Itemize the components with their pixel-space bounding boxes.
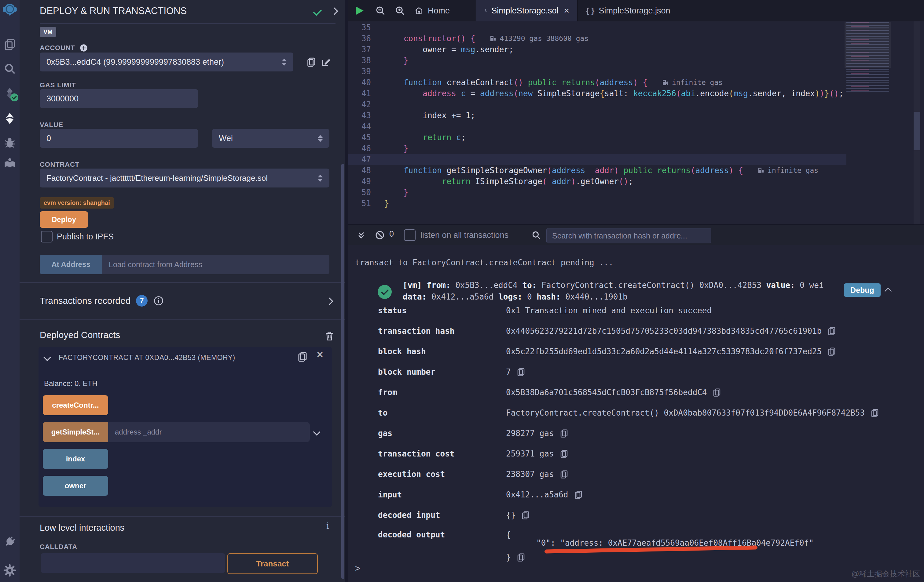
tab-simplestorage-sol[interactable]: SimpleStorage.sol ×	[476, 0, 578, 21]
tab-simplestorage-json[interactable]: { } SimpleStorage.json	[578, 0, 678, 21]
contract-select-stepper[interactable]	[318, 175, 323, 182]
copy-icon[interactable]	[559, 429, 569, 438]
run-script-icon[interactable]	[356, 7, 364, 15]
clear-console-icon[interactable]	[375, 230, 385, 240]
collapse-terminal-icon[interactable]	[356, 230, 366, 240]
code-line[interactable]: 45 return c;	[348, 132, 846, 143]
code-line[interactable]: 41 address c = address(new SimpleStorage…	[348, 88, 846, 99]
code-line[interactable]: 39	[348, 66, 846, 77]
code-line[interactable]: 48 function getSimpleStorageOwner(addres…	[348, 165, 846, 176]
minimap-viewport[interactable]	[845, 22, 891, 68]
tab-home[interactable]: Home	[406, 0, 458, 21]
copy-icon[interactable]	[574, 490, 583, 499]
contract-instance-card: FACTORYCONTRACT AT 0XDA0...42B53 (MEMORY…	[38, 347, 332, 507]
editor-scrollbar-thumb[interactable]	[914, 112, 920, 150]
copy-icon[interactable]	[827, 347, 836, 356]
publish-ipfs-label: Publish to IPFS	[57, 232, 114, 242]
at-address-input[interactable]: Load contract from Address	[102, 255, 329, 274]
zoom-in-icon[interactable]	[394, 5, 406, 16]
gas-limit-input[interactable]: 3000000	[40, 89, 198, 108]
contract-select[interactable]: FactoryContract - jactttttt/Ethereum-lea…	[40, 169, 329, 187]
tx-success-icon[interactable]	[378, 285, 392, 299]
calldata-label: CALLDATA	[40, 543, 77, 551]
copy-icon[interactable]	[521, 511, 530, 520]
instance-collapse-icon[interactable]	[43, 353, 51, 361]
account-select[interactable]: 0x5B3...eddC4 (99.999999999997830883 eth…	[40, 53, 293, 71]
terminal-prompt[interactable]: >	[355, 563, 361, 574]
tx-detail-row: transaction cost259371 gas	[378, 447, 915, 460]
code-lines[interactable]: 3536 constructor() {413290 gas 388600 ga…	[348, 21, 924, 225]
copy-icon[interactable]	[827, 326, 836, 335]
listen-all-checkbox[interactable]	[404, 229, 416, 241]
copy-icon[interactable]	[870, 408, 879, 418]
learneth-icon[interactable]	[3, 156, 16, 170]
debug-button[interactable]: Debug	[844, 283, 881, 297]
code-line[interactable]: 36 constructor() {413290 gas 388600 gas	[348, 33, 846, 44]
tx-recorded-expand-icon[interactable]	[326, 298, 333, 305]
copy-instance-icon[interactable]	[297, 351, 308, 362]
owner-button[interactable]: owner	[43, 476, 108, 496]
code-line[interactable]: 35	[348, 22, 846, 33]
code-line[interactable]: 37 owner = msg.sender;	[348, 44, 846, 55]
at-address-button[interactable]: At Address	[40, 255, 102, 274]
search-icon[interactable]	[3, 62, 16, 76]
panel-splitter[interactable]	[345, 0, 348, 582]
copy-icon[interactable]	[516, 553, 526, 562]
code-line[interactable]: 51}	[348, 198, 846, 209]
solidity-compiler-icon[interactable]	[3, 87, 16, 100]
minimap[interactable]	[846, 22, 889, 92]
low-level-info-icon[interactable]: i	[326, 521, 329, 531]
instance-balance: Balance: 0. ETH	[44, 379, 97, 388]
settings-icon[interactable]	[3, 564, 16, 577]
pinned-check-icon[interactable]	[313, 7, 322, 16]
code-line[interactable]: 50 }	[348, 187, 846, 198]
remove-instance-icon[interactable]: ×	[317, 348, 323, 361]
code-line[interactable]: 49 return ISimpleStorage(_addr).getOwner…	[348, 176, 846, 187]
section-divider	[20, 319, 345, 320]
get-simple-storage-owner-button[interactable]: getSimpleSt...	[43, 422, 108, 442]
copy-icon[interactable]	[559, 470, 569, 479]
plugin-manager-icon[interactable]	[3, 535, 16, 548]
copy-account-icon[interactable]	[306, 57, 317, 67]
code-line[interactable]: 44	[348, 121, 846, 132]
terminal-search-input[interactable]	[546, 228, 711, 243]
copy-icon[interactable]	[559, 449, 569, 458]
terminal: 0 listen on all transactions transact to…	[348, 224, 924, 582]
code-line[interactable]: 38 }	[348, 55, 846, 66]
tx-summary-line1[interactable]: [vm] from: 0x5B3...eddC4 to: FactoryCont…	[403, 281, 824, 290]
code-line[interactable]: 40 function createContract() public retu…	[348, 77, 846, 88]
value-input[interactable]: 0	[40, 129, 198, 148]
file-explorer-icon[interactable]	[3, 38, 16, 51]
expand-call-icon[interactable]	[313, 428, 320, 436]
create-contract-button[interactable]: createContr...	[43, 395, 108, 415]
code-line[interactable]: 47	[348, 154, 846, 165]
zoom-out-icon[interactable]	[375, 5, 386, 16]
add-account-icon[interactable]	[79, 44, 88, 52]
deploy-button[interactable]: Deploy	[40, 211, 88, 228]
panel-scrollbar[interactable]	[341, 164, 344, 579]
publish-ipfs-checkbox[interactable]	[41, 231, 53, 242]
code-line[interactable]: 42	[348, 99, 846, 110]
copy-icon[interactable]	[516, 367, 526, 376]
debugger-icon[interactable]	[3, 136, 16, 150]
deploy-run-icon[interactable]	[3, 112, 16, 125]
collapse-log-icon[interactable]	[884, 287, 892, 295]
trash-icon[interactable]	[324, 330, 335, 341]
tx-summary-line2: data: 0x412...a5a6d logs: 0 hash: 0x440.…	[403, 292, 628, 301]
edit-account-icon[interactable]	[321, 57, 331, 67]
index-button[interactable]: index	[43, 449, 108, 469]
tx-detail-row: from0x5B38Da6a701c568545dCfcB03FcB875f56…	[378, 386, 915, 399]
get-simple-storage-owner-input[interactable]: address _addr	[108, 422, 310, 442]
code-line[interactable]: 43 index += 1;	[348, 110, 846, 121]
copy-icon[interactable]	[712, 388, 721, 397]
account-select-stepper[interactable]	[282, 59, 287, 66]
calldata-input[interactable]	[41, 553, 225, 573]
info-icon[interactable]	[153, 295, 164, 306]
unit-select-stepper[interactable]	[318, 135, 323, 142]
code-line[interactable]: 46 }	[348, 143, 846, 154]
transact-button[interactable]: Transact	[227, 553, 318, 574]
panel-expand-icon[interactable]	[331, 7, 338, 15]
close-tab-icon[interactable]: ×	[564, 5, 569, 16]
remix-logo	[2, 2, 18, 18]
value-unit-select[interactable]: Wei	[212, 129, 329, 148]
